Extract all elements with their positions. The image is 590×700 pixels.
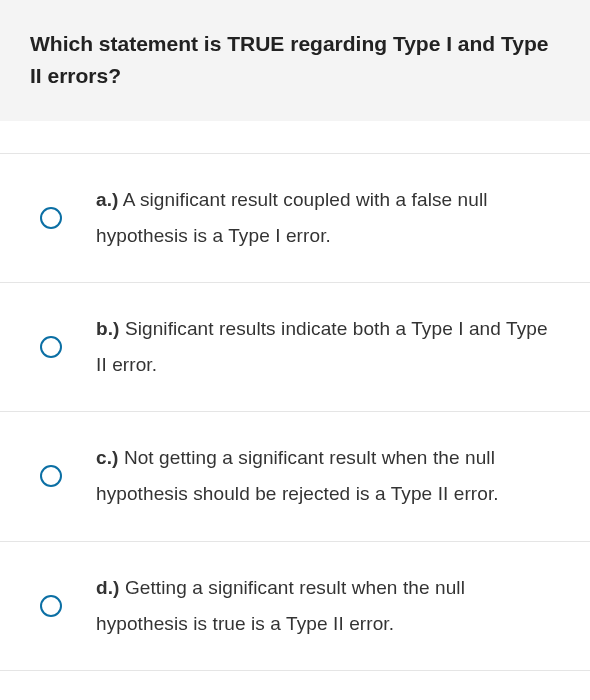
question-header: Which statement is TRUE regarding Type I… — [0, 0, 590, 121]
option-text: b.) Significant results indicate both a … — [96, 311, 560, 383]
options-list: a.) A significant result coupled with a … — [0, 153, 590, 671]
option-body: Getting a significant result when the nu… — [96, 577, 465, 634]
question-title: Which statement is TRUE regarding Type I… — [30, 28, 560, 91]
option-c[interactable]: c.) Not getting a significant result whe… — [0, 412, 590, 541]
option-letter: b.) — [96, 318, 120, 339]
option-letter: a.) — [96, 189, 118, 210]
option-body: A significant result coupled with a fals… — [96, 189, 488, 246]
option-letter: c.) — [96, 447, 118, 468]
radio-icon[interactable] — [40, 465, 62, 487]
option-text: a.) A significant result coupled with a … — [96, 182, 560, 254]
option-text: c.) Not getting a significant result whe… — [96, 440, 560, 512]
option-a[interactable]: a.) A significant result coupled with a … — [0, 153, 590, 283]
option-b[interactable]: b.) Significant results indicate both a … — [0, 283, 590, 412]
option-body: Not getting a significant result when th… — [96, 447, 499, 504]
radio-icon[interactable] — [40, 207, 62, 229]
radio-icon[interactable] — [40, 595, 62, 617]
option-body: Significant results indicate both a Type… — [96, 318, 548, 375]
option-letter: d.) — [96, 577, 120, 598]
option-text: d.) Getting a significant result when th… — [96, 570, 560, 642]
option-d[interactable]: d.) Getting a significant result when th… — [0, 542, 590, 671]
radio-icon[interactable] — [40, 336, 62, 358]
